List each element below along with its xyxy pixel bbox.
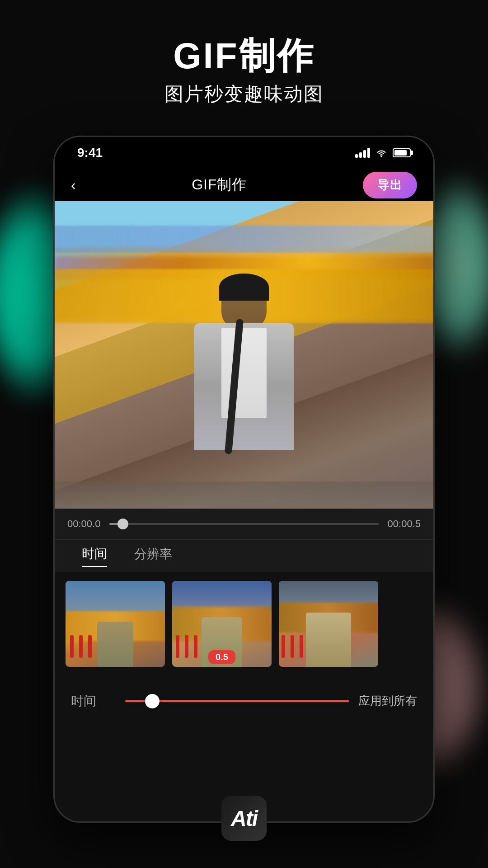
scrubber-track[interactable] <box>109 523 378 525</box>
tab-time[interactable]: 时间 <box>82 545 107 567</box>
thumbnail-3[interactable] <box>279 581 378 667</box>
thumbnail-1-image <box>66 581 165 667</box>
time-slider-track[interactable] <box>125 700 349 702</box>
status-bar: 9:41 <box>55 137 433 169</box>
sub-title: 图片秒变趣味动图 <box>0 81 488 107</box>
thumbnails-strip: 0.5 <box>55 572 433 676</box>
back-button[interactable]: ‹ <box>71 177 76 193</box>
tab-resolution[interactable]: 分辨率 <box>134 546 172 566</box>
thumbnail-3-image <box>279 581 378 667</box>
status-time: 9:41 <box>77 146 103 160</box>
header-area: GIF制作 图片秒变趣味动图 <box>0 36 488 107</box>
video-preview <box>55 201 433 509</box>
bottom-area: Ati <box>0 796 488 841</box>
main-title: GIF制作 <box>0 36 488 76</box>
status-icons <box>355 148 411 158</box>
app-icon-container: Ati <box>221 796 267 841</box>
tab-bar: 时间 分辨率 <box>55 539 433 572</box>
app-icon: Ati <box>221 796 267 841</box>
ground <box>55 481 433 509</box>
time-start: 00:00.0 <box>67 518 100 530</box>
battery-fill <box>394 150 407 156</box>
export-button[interactable]: 导出 <box>363 172 417 198</box>
navigation-bar: ‹ GIF制作 导出 <box>55 169 433 201</box>
signal-icon <box>355 148 370 158</box>
app-icon-label: Ati <box>231 806 257 831</box>
motion-blur-sky <box>55 226 433 253</box>
video-frame <box>55 201 433 509</box>
wifi-icon <box>375 148 387 157</box>
scrubber-thumb[interactable] <box>117 519 128 529</box>
page-title: GIF制作 <box>192 175 247 195</box>
phone-mockup: 9:41 ‹ GIF制作 导出 <box>53 136 435 823</box>
timeline-scrubber: 00:00.0 00:00.5 <box>55 509 433 539</box>
person-figure <box>167 274 321 509</box>
time-end: 00:00.5 <box>388 518 421 530</box>
thumbnail-1[interactable] <box>66 581 165 667</box>
time-slider-label: 时间 <box>71 693 116 710</box>
duration-badge: 0.5 <box>208 650 235 664</box>
thumbnail-2[interactable]: 0.5 <box>172 581 272 667</box>
svg-point-0 <box>380 156 382 157</box>
battery-icon <box>393 148 411 157</box>
apply-all-button[interactable]: 应用到所有 <box>358 693 417 709</box>
time-slider-thumb[interactable] <box>145 694 160 708</box>
time-slider-area: 时间 应用到所有 <box>55 676 433 726</box>
